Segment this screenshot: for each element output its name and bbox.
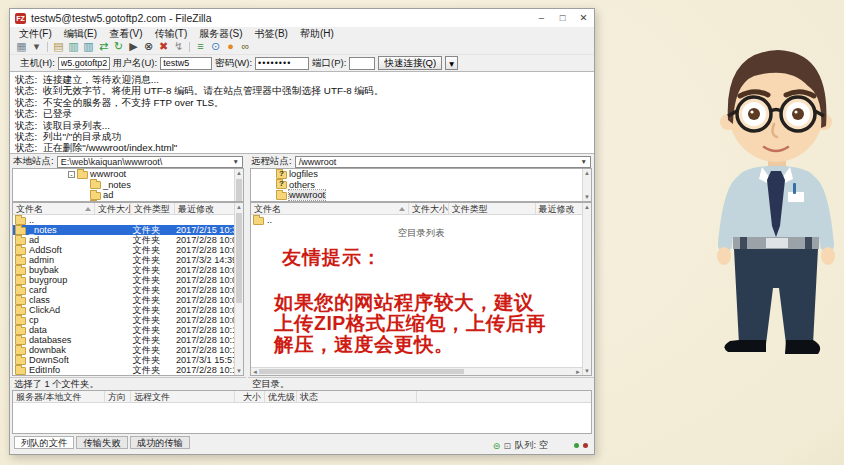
toggle-queue-icon[interactable]: ⇄ bbox=[96, 40, 111, 54]
menu-item[interactable]: 查看(V) bbox=[103, 27, 148, 41]
queue-column-header[interactable]: 服务器/本地文件 bbox=[13, 391, 105, 402]
menu-item[interactable]: 书签(B) bbox=[249, 27, 294, 41]
file-row[interactable]: downbak文件夹2017/2/28 10:14:... bbox=[13, 345, 234, 355]
scroll-right-icon[interactable]: ► bbox=[575, 368, 581, 376]
toolbar-icon-glyph: ↯ bbox=[174, 40, 183, 52]
menu-item[interactable]: 服务器(S) bbox=[193, 27, 248, 41]
disconnect-icon[interactable]: ✖ bbox=[156, 40, 171, 54]
scroll-down-icon[interactable]: ▼ bbox=[235, 367, 243, 375]
minimize-button[interactable]: – bbox=[531, 11, 552, 26]
lock-icon[interactable]: ⊡ bbox=[503, 441, 511, 451]
local-tree-scrollbar[interactable]: ▲▼ bbox=[234, 169, 243, 201]
queue-tab[interactable]: 传输失败 bbox=[76, 436, 127, 449]
scroll-up-icon[interactable]: ▲ bbox=[583, 169, 591, 177]
file-row[interactable]: admin文件夹2017/3/2 14:39:26 bbox=[13, 255, 234, 265]
local-tree-item[interactable]: ad bbox=[13, 190, 243, 201]
file-row[interactable]: buygroup文件夹2017/2/28 10:01:... bbox=[13, 275, 234, 285]
remote-tree-item[interactable]: wwwroot bbox=[251, 190, 591, 201]
scroll-down-icon[interactable]: ▼ bbox=[583, 193, 591, 201]
column-header[interactable]: 最近修改 bbox=[175, 203, 235, 214]
file-row[interactable]: .. bbox=[251, 215, 582, 225]
local-tree-item[interactable]: -wwwroot bbox=[13, 169, 243, 180]
queue-column-header[interactable]: 方向 bbox=[105, 391, 131, 402]
toolbar-separator[interactable] bbox=[44, 40, 51, 54]
queue-column-header[interactable]: 状态 bbox=[297, 391, 417, 402]
scroll-down-icon[interactable]: ▼ bbox=[583, 367, 591, 375]
quickconnect-caret-button[interactable]: ▾ bbox=[445, 56, 458, 70]
scroll-thumb[interactable] bbox=[236, 179, 242, 202]
host-input[interactable] bbox=[58, 57, 110, 70]
pants bbox=[734, 249, 818, 344]
column-header[interactable]: 文件类型 bbox=[449, 203, 536, 214]
scroll-thumb[interactable] bbox=[236, 213, 242, 303]
password-input[interactable] bbox=[255, 57, 309, 70]
scroll-up-icon[interactable]: ▲ bbox=[583, 203, 591, 211]
queue-tab[interactable]: 列队的文件 bbox=[14, 436, 74, 449]
quickconnect-button[interactable]: 快速连接(Q) bbox=[378, 56, 442, 70]
queue-column-header[interactable]: 大小 bbox=[235, 391, 265, 402]
maximize-button[interactable]: □ bbox=[552, 11, 573, 26]
toggle-local-tree-icon[interactable]: ▥ bbox=[66, 40, 81, 54]
menu-item[interactable]: 文件(F) bbox=[13, 27, 58, 41]
close-button[interactable]: ✕ bbox=[573, 11, 594, 26]
process-queue-icon[interactable]: ▶ bbox=[126, 40, 141, 54]
remote-tree-item[interactable]: ?others bbox=[251, 180, 591, 191]
column-header[interactable]: 文件大小 bbox=[409, 203, 449, 214]
local-site-combo[interactable]: E:\web\kaiquan\wwwroot\▼ bbox=[57, 156, 243, 168]
toggle-log-icon[interactable]: ▤ bbox=[51, 40, 66, 54]
file-row[interactable]: DownSoft文件夹2017/3/1 15:57:27 bbox=[13, 355, 234, 365]
tree-expander-icon[interactable]: - bbox=[68, 171, 75, 178]
scroll-up-icon[interactable]: ▲ bbox=[235, 203, 243, 211]
file-row[interactable]: cp文件夹2017/2/28 10:02:... bbox=[13, 315, 234, 325]
queue-column-header[interactable]: 远程文件 bbox=[131, 391, 235, 402]
file-row[interactable]: data文件夹2017/2/28 10:14:... bbox=[13, 325, 234, 335]
find-icon[interactable]: ∞ bbox=[238, 40, 253, 54]
remote-site-combo[interactable]: /wwwroot▼ bbox=[295, 156, 591, 168]
speed-limit-icon[interactable]: ⊜ bbox=[493, 441, 501, 451]
toolbar-separator[interactable] bbox=[186, 40, 193, 54]
log-text: 不安全的服务器，不支持 FTP over TLS。 bbox=[43, 97, 224, 108]
compare-icon[interactable]: ⊙ bbox=[208, 40, 223, 54]
menu-item[interactable]: 传输(T) bbox=[148, 27, 193, 41]
port-input[interactable] bbox=[349, 57, 375, 70]
file-row[interactable]: _notes文件夹2017/2/15 10:34... bbox=[13, 225, 234, 235]
tree-item-label: ad bbox=[103, 190, 113, 200]
remote-list-scrollbar[interactable]: ▲▼ bbox=[582, 203, 591, 375]
sync-browse-icon[interactable]: ● bbox=[223, 40, 238, 54]
username-input[interactable] bbox=[160, 57, 212, 70]
queue-tab[interactable]: 成功的传输 bbox=[130, 436, 190, 449]
column-header[interactable]: 文件类型 bbox=[131, 203, 175, 214]
file-row[interactable]: ClickAd文件夹2017/2/28 10:02:... bbox=[13, 305, 234, 315]
file-row[interactable]: ad文件夹2017/2/28 10:01:... bbox=[13, 235, 234, 245]
queue-column-header[interactable]: 优先级 bbox=[265, 391, 297, 402]
remote-list-hscrollbar[interactable]: ◄► bbox=[251, 367, 582, 375]
column-header[interactable]: 文件名 bbox=[251, 203, 409, 214]
file-row[interactable]: buybak文件夹2017/2/28 10:01:... bbox=[13, 265, 234, 275]
reconnect-icon[interactable]: ↯ bbox=[171, 40, 186, 54]
site-manager-icon[interactable]: ▦ bbox=[14, 40, 29, 54]
file-row[interactable]: class文件夹2017/2/28 10:02:... bbox=[13, 295, 234, 305]
local-tree-item[interactable]: _notes bbox=[13, 180, 243, 191]
remote-tree-item[interactable]: ?logfiles bbox=[251, 169, 591, 180]
file-row[interactable]: EditInfo文件夹2017/2/28 10:14... bbox=[13, 365, 234, 375]
remote-tree-scrollbar[interactable]: ▲▼ bbox=[582, 169, 591, 201]
site-manager-caret-icon[interactable]: ▾ bbox=[29, 40, 44, 54]
file-row[interactable]: AddSoft文件夹2017/2/28 10:01:... bbox=[13, 245, 234, 255]
file-date: 2017/2/28 10:01:... bbox=[173, 245, 234, 255]
file-row[interactable]: databases文件夹2017/2/28 10:14:... bbox=[13, 335, 234, 345]
file-row[interactable]: card文件夹2017/2/28 10:01:... bbox=[13, 285, 234, 295]
local-list-scrollbar[interactable]: ▲▼ bbox=[234, 203, 243, 375]
scroll-left-icon[interactable]: ◄ bbox=[252, 368, 258, 376]
cancel-icon[interactable]: ⊗ bbox=[141, 40, 156, 54]
column-header[interactable]: 文件大小 bbox=[95, 203, 131, 214]
column-header[interactable]: 文件名 bbox=[13, 203, 95, 214]
menu-item[interactable]: 帮助(H) bbox=[294, 27, 340, 41]
file-row[interactable]: .. bbox=[13, 215, 234, 225]
refresh-icon[interactable]: ↻ bbox=[111, 40, 126, 54]
filter-icon[interactable]: ≡ bbox=[193, 40, 208, 54]
toggle-remote-tree-icon[interactable]: ▥ bbox=[81, 40, 96, 54]
message-log: 状态:连接建立，等待欢迎消息...状态:收到无效字节。将使用 UTF-8 编码。… bbox=[10, 71, 594, 154]
menu-item[interactable]: 编辑(E) bbox=[58, 27, 103, 41]
scroll-thumb[interactable] bbox=[259, 369, 464, 374]
scroll-up-icon[interactable]: ▲ bbox=[235, 169, 243, 177]
